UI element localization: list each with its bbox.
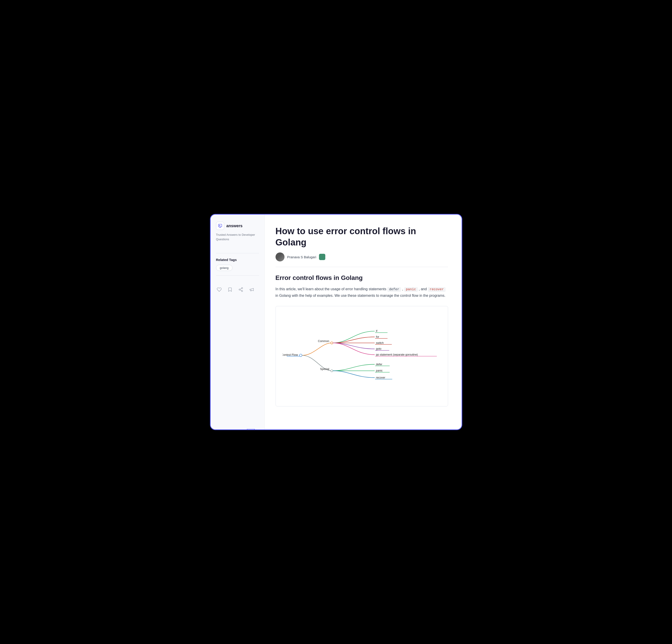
body-text-comma: , <box>401 287 403 291</box>
tag-pill-golang[interactable]: golang <box>216 265 232 271</box>
article-body: In this article, we'll learn about the u… <box>276 286 448 299</box>
common-branch-line <box>302 343 332 355</box>
body-text-and: , and <box>418 287 428 291</box>
section-title: Error control flows in Golang <box>276 274 448 281</box>
body-text-1: In this article, we'll learn about the u… <box>276 287 387 291</box>
megaphone-icon[interactable] <box>249 287 255 293</box>
share-icon[interactable] <box>238 287 244 293</box>
like-icon[interactable] <box>216 287 223 293</box>
sidebar: answers Trusted Answers to Developer Que… <box>211 215 265 429</box>
recover-line <box>333 371 375 378</box>
author-avatar <box>276 252 285 262</box>
if-label: if <box>376 330 377 333</box>
root-label: Control Flow <box>283 353 298 356</box>
body-text-after: in Golang with the help of examples. We … <box>276 294 446 297</box>
root-node <box>299 354 302 357</box>
for-label: for <box>376 335 379 338</box>
author-badge <box>319 254 325 260</box>
goto-line <box>333 343 375 349</box>
author-name: Pranava S Balugari <box>287 255 316 259</box>
tag-golang[interactable]: golang <box>216 265 259 271</box>
diagram-container: Control Flow Common if for <box>276 306 448 406</box>
special-node <box>331 370 333 372</box>
author-row: Pranava S Balugari <box>276 252 448 262</box>
defer-line <box>333 364 375 371</box>
control-flow-diagram: Control Flow Common if for <box>283 315 441 396</box>
svg-line-5 <box>240 289 241 289</box>
sidebar-actions <box>216 287 259 293</box>
code-defer: defer <box>387 287 401 292</box>
sidebar-divider-1 <box>216 253 259 253</box>
svg-line-4 <box>240 290 241 291</box>
recover-label: recover <box>376 376 385 379</box>
bookmark-icon[interactable] <box>227 287 233 293</box>
special-label: Special <box>320 367 329 370</box>
speech-bubble-tail-inner <box>247 429 254 430</box>
goto-label: goto <box>376 348 381 351</box>
related-tags-label: Related Tags <box>216 258 259 262</box>
code-panic: panic <box>404 287 418 292</box>
brand-icon <box>216 222 224 230</box>
svg-point-2 <box>239 289 240 290</box>
brand-tagline: Trusted Answers to Developer Questions <box>216 233 259 241</box>
brand-header: answers <box>216 222 259 230</box>
common-node <box>331 342 333 344</box>
svg-point-1 <box>241 288 243 289</box>
defer-label: defer <box>376 363 382 366</box>
svg-point-3 <box>241 291 243 292</box>
code-recover: recover <box>428 287 446 292</box>
article-title: How to use error control flows in Golang <box>276 226 442 248</box>
common-label: Common <box>318 340 329 343</box>
browser-window: answers Trusted Answers to Developer Que… <box>210 214 462 430</box>
main-content: How to use error control flows in Golang… <box>265 215 461 429</box>
panic-label: panic <box>376 369 383 373</box>
for-line <box>333 337 375 343</box>
go-statement-label: go statement (separate goroutine) <box>376 353 418 356</box>
switch-label: switch <box>376 341 383 344</box>
brand-name: answers <box>226 223 243 228</box>
avatar-image <box>276 252 285 262</box>
